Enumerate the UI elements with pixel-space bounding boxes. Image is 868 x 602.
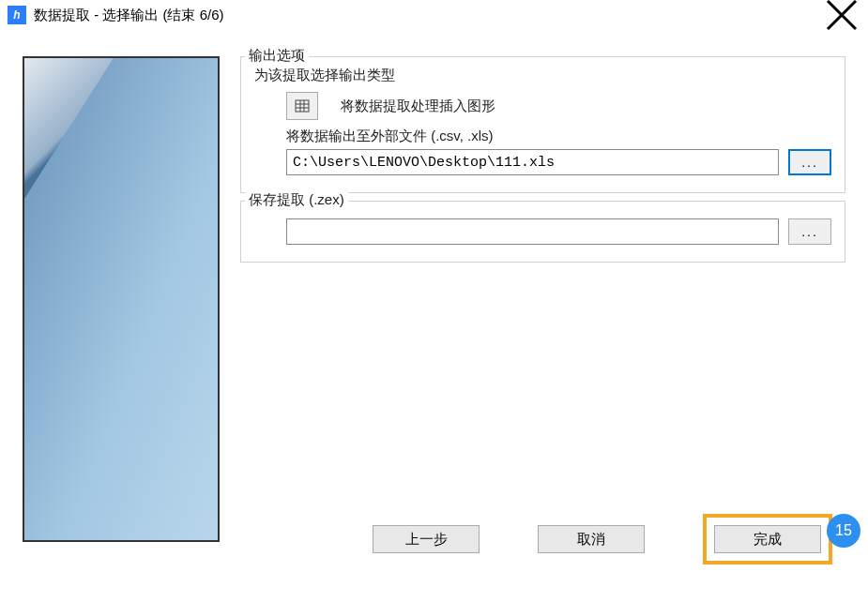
window-title: 数据提取 - 选择输出 (结束 6/6) xyxy=(34,7,823,24)
insert-label: 将数据提取处理插入图形 xyxy=(341,98,495,115)
svg-rect-0 xyxy=(296,100,309,112)
save-extract-legend: 保存提取 (.zex) xyxy=(245,191,348,209)
save-extract-group: 保存提取 (.zex) ... xyxy=(240,201,845,263)
close-button[interactable] xyxy=(823,2,860,28)
main-pane: 输出选项 为该提取选择输出类型 将数据提取处理插入图形 将数据输出至外部文件 (… xyxy=(220,56,845,583)
close-icon xyxy=(823,0,860,34)
export-label: 将数据输出至外部文件 (.csv, .xls) xyxy=(254,128,831,145)
export-path-row: ... xyxy=(254,149,831,175)
finish-highlight: 完成 15 xyxy=(703,514,832,564)
output-options-legend: 输出选项 xyxy=(245,47,309,65)
step-badge: 15 xyxy=(827,514,860,548)
footer-buttons: 上一步 取消 完成 15 xyxy=(373,514,832,564)
insert-row: 将数据提取处理插入图形 xyxy=(254,92,831,120)
save-path-row: ... xyxy=(254,218,831,245)
output-subtitle: 为该提取选择输出类型 xyxy=(254,67,831,84)
output-options-group: 输出选项 为该提取选择输出类型 将数据提取处理插入图形 将数据输出至外部文件 (… xyxy=(240,56,845,193)
export-browse-button[interactable]: ... xyxy=(788,149,831,175)
finish-button[interactable]: 完成 xyxy=(714,525,821,553)
prev-button[interactable]: 上一步 xyxy=(373,525,480,553)
app-icon: h xyxy=(8,6,26,24)
titlebar: h 数据提取 - 选择输出 (结束 6/6) xyxy=(0,0,868,30)
insert-into-drawing-button[interactable] xyxy=(286,92,318,120)
cancel-button[interactable]: 取消 xyxy=(538,525,645,553)
content-area: 输出选项 为该提取选择输出类型 将数据提取处理插入图形 将数据输出至外部文件 (… xyxy=(0,30,868,602)
preview-image xyxy=(23,56,220,542)
table-icon xyxy=(295,98,310,113)
save-browse-button[interactable]: ... xyxy=(788,218,831,245)
save-path-input[interactable] xyxy=(286,218,779,245)
export-path-input[interactable] xyxy=(286,149,779,175)
